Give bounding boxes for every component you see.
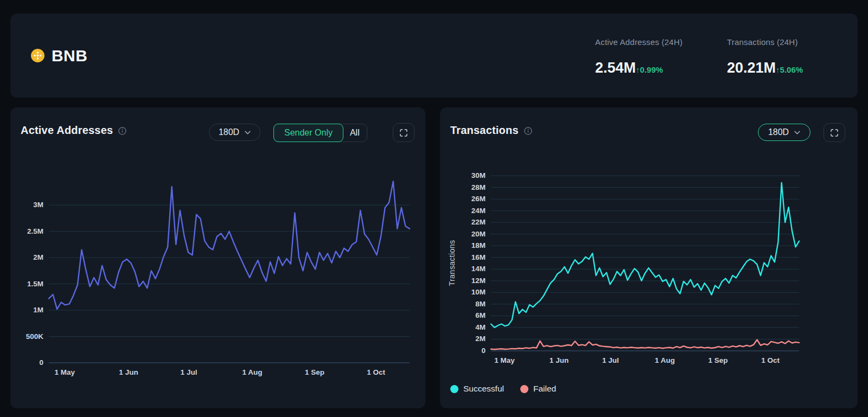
- y-tick-label: 18M: [440, 241, 486, 251]
- y-tick-label: 2M: [440, 334, 486, 344]
- failed-dot-icon: [520, 385, 528, 393]
- y-tick-label: 3M: [10, 200, 43, 210]
- active-addresses-chart[interactable]: 0500K1M1.5M2M2.5M3M1 May1 Jun1 Jul1 Aug1…: [10, 107, 425, 408]
- panel-active-addresses: Active Addresses 180D Sender Only All: [10, 107, 425, 408]
- y-tick-label: 0: [440, 346, 486, 356]
- legend-item-failed[interactable]: Failed: [520, 384, 556, 394]
- x-tick-label: 1 Aug: [242, 368, 263, 376]
- x-tick-label: 1 Oct: [367, 368, 385, 376]
- y-tick-label: 16M: [440, 253, 486, 262]
- stat-change: ↑ 0.99%: [636, 65, 663, 75]
- y-tick-label: 0: [10, 358, 43, 368]
- stat-change: ↑ 5.06%: [776, 65, 803, 75]
- panel-transactions: Transactions 180D Tr: [440, 107, 858, 408]
- y-tick-label: 1M: [10, 305, 43, 315]
- stat-value: 2.54M: [595, 61, 636, 75]
- header-card: BNB Active Addresses (24H) 2.54M ↑ 0.99%…: [10, 14, 858, 98]
- stat-label: Transactions (24H): [727, 38, 803, 47]
- y-tick-label: 30M: [440, 171, 486, 181]
- successful-dot-icon: [450, 385, 458, 393]
- y-tick-label: 2.5M: [10, 227, 43, 236]
- x-tick-label: 1 Oct: [761, 356, 780, 364]
- x-tick-label: 1 May: [55, 368, 75, 376]
- legend-label: Successful: [463, 384, 504, 394]
- x-tick-label: 1 May: [494, 356, 515, 364]
- y-tick-label: 8M: [440, 299, 486, 309]
- stat-value: 20.21M: [727, 61, 776, 75]
- coin-name: BNB: [52, 47, 87, 65]
- up-arrow-icon: ↑: [776, 66, 780, 74]
- y-tick-label: 10M: [440, 287, 486, 297]
- y-tick-label: 2M: [10, 253, 43, 262]
- stat-transactions: Transactions (24H) 20.21M ↑ 5.06%: [727, 38, 803, 75]
- x-tick-label: 1 Jul: [602, 356, 619, 364]
- y-tick-label: 26M: [440, 194, 486, 204]
- y-tick-label: 500K: [10, 332, 43, 342]
- x-tick-label: 1 Sep: [305, 368, 324, 376]
- x-tick-label: 1 Jun: [119, 368, 138, 376]
- y-tick-label: 20M: [440, 229, 486, 239]
- y-tick-label: 28M: [440, 183, 486, 193]
- y-tick-label: 22M: [440, 217, 486, 227]
- coin-header: BNB: [31, 14, 87, 98]
- y-tick-label: 24M: [440, 206, 486, 216]
- page: BNB Active Addresses (24H) 2.54M ↑ 0.99%…: [0, 0, 868, 417]
- stat-label: Active Addresses (24H): [595, 38, 682, 47]
- y-tick-label: 6M: [440, 311, 486, 320]
- y-tick-label: 12M: [440, 276, 486, 286]
- legend-label: Failed: [533, 384, 556, 394]
- chart-legend: Successful Failed: [450, 384, 556, 394]
- stat-change-value: 5.06%: [780, 65, 803, 74]
- transactions-chart[interactable]: 02M4M6M8M10M12M14M16M18M20M22M24M26M28M3…: [440, 107, 858, 408]
- stat-active-addresses: Active Addresses (24H) 2.54M ↑ 0.99%: [595, 38, 682, 75]
- up-arrow-icon: ↑: [636, 66, 640, 74]
- x-tick-label: 1 Sep: [709, 356, 728, 364]
- y-tick-label: 14M: [440, 264, 486, 274]
- y-tick-label: 4M: [440, 323, 486, 332]
- x-tick-label: 1 Aug: [655, 356, 675, 364]
- legend-item-successful[interactable]: Successful: [450, 384, 504, 394]
- bnb-logo-icon: [31, 49, 44, 62]
- stat-change-value: 0.99%: [640, 65, 663, 74]
- x-tick-label: 1 Jun: [550, 356, 569, 364]
- y-tick-label: 1.5M: [10, 279, 43, 289]
- x-tick-label: 1 Jul: [181, 368, 197, 376]
